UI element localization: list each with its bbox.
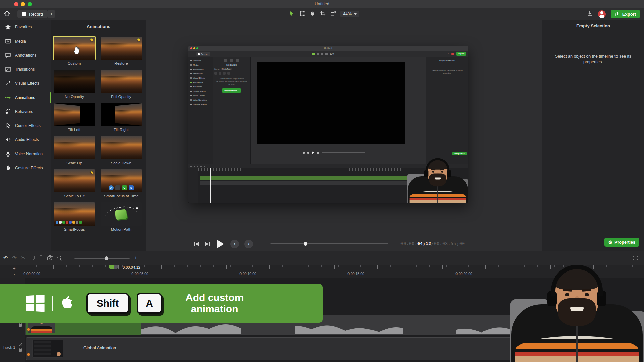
animation-item-label: Full Opacity	[101, 95, 142, 99]
record-options-chevron-icon[interactable]: ›	[48, 10, 55, 18]
animation-item-label: Scale Up	[54, 161, 95, 165]
sidebar-item-label: Transitions	[15, 67, 35, 72]
detach-timeline-icon[interactable]	[633, 255, 638, 262]
media-icon	[5, 38, 11, 45]
pan-tool-icon[interactable]	[309, 10, 316, 18]
home-icon[interactable]	[3, 10, 12, 18]
scale-tool-icon[interactable]	[330, 10, 336, 18]
camtasia-window: Untitled Record › 44% Expor	[0, 0, 644, 362]
jump-back-button[interactable]: ‹	[230, 240, 239, 248]
sidebar-item-media[interactable]: Media	[0, 34, 51, 48]
download-icon[interactable]	[586, 10, 593, 18]
cut-button[interactable]: ✂	[21, 255, 25, 261]
animation-item-label: SmartFocus	[54, 227, 95, 231]
avatar[interactable]	[598, 10, 606, 18]
canvas-zoom-select[interactable]: 44%	[340, 11, 359, 17]
keyframe-marker[interactable]	[27, 328, 30, 331]
preview-window-title: Untitled	[188, 46, 468, 51]
sidebar-item-cursor-effects[interactable]: Cursor Effects	[0, 119, 51, 133]
undo-button[interactable]: ↶	[3, 255, 8, 261]
sidebar-item-label: Audio Effects	[15, 137, 39, 142]
animation-item-smartfocus-at-time[interactable]: ACSSmartFocus at Time	[101, 169, 142, 198]
star-icon: ★	[90, 37, 94, 43]
preview-webcam	[407, 161, 468, 203]
animation-item-smartfocus[interactable]: SmartFocus	[54, 202, 95, 231]
sidebar-item-visual-effects[interactable]: Visual Effects	[0, 76, 51, 90]
animation-item-tilt-left[interactable]: Tilt Left	[54, 103, 95, 132]
canvas-area: Untitled Record 53% × Export FavoritesMe…	[146, 20, 542, 251]
preview-properties-panel: Empty Selection Select an object on the …	[426, 57, 468, 164]
jump-forward-button[interactable]: ›	[244, 240, 253, 248]
voice-narration-icon	[5, 150, 11, 157]
keyframe-marker[interactable]	[27, 353, 30, 356]
animation-item-no-opacity[interactable]: No Opacity	[54, 70, 95, 99]
animation-item-label: Scale To Fit	[54, 194, 95, 198]
next-frame-button[interactable]	[204, 241, 211, 247]
webcam-person	[407, 161, 468, 203]
sidebar-item-audio-effects[interactable]: Audio Effects	[0, 133, 51, 147]
previous-frame-button[interactable]	[193, 241, 199, 247]
proportions-tool-icon[interactable]	[299, 10, 305, 18]
redo-button[interactable]: ↷	[12, 255, 16, 261]
play-button[interactable]	[217, 240, 224, 248]
magnifier-icon[interactable]	[57, 256, 62, 261]
visual-effects-icon	[5, 80, 11, 87]
sidebar-item-animations[interactable]: Animations	[0, 90, 51, 105]
properties-button[interactable]: ⚙ Properties	[604, 238, 639, 247]
animation-item-scale-to-fit[interactable]: ★Scale To Fit	[54, 169, 95, 198]
timeline-zoom-out-button[interactable]: −	[67, 255, 70, 261]
timeline-zoom-slider[interactable]	[74, 258, 130, 259]
animation-item-custom[interactable]: ★Custom	[54, 37, 95, 65]
sidebar-item-annotations[interactable]: Annotations	[0, 48, 51, 62]
preview-recording-frame	[257, 62, 405, 144]
sidebar-item-gesture-effects[interactable]: Gesture Effects	[0, 161, 51, 175]
progress-knob[interactable]	[304, 242, 307, 246]
ruler-label: 0:00:15;00	[347, 272, 364, 276]
behaviors-icon	[5, 108, 11, 115]
paste-button[interactable]	[39, 256, 43, 260]
track1-visibility-icon[interactable]	[19, 343, 22, 346]
frame-capture-button[interactable]	[47, 256, 53, 260]
chevron-down-icon	[354, 13, 357, 15]
animation-item-label: Scale Down	[101, 161, 142, 165]
track1-lock-icon[interactable]	[19, 349, 22, 352]
sidebar-item-transitions[interactable]: Transitions	[0, 62, 51, 76]
playback-progress-bar[interactable]	[270, 243, 388, 244]
animation-item-tilt-right[interactable]: Tilt Right	[101, 103, 142, 132]
animation-item-full-opacity[interactable]: Full Opacity	[101, 70, 142, 99]
collapse-tracks-icon[interactable]: ⌄	[13, 271, 16, 276]
animation-item-scale-up[interactable]: Scale Up	[54, 136, 95, 165]
animation-item-scale-down[interactable]: Scale Down	[101, 136, 142, 165]
windows-logo-icon	[26, 295, 45, 312]
export-button[interactable]: Export	[611, 10, 640, 18]
add-track-button[interactable]: +	[13, 265, 16, 271]
gear-icon: ⚙	[608, 240, 613, 245]
sidebar-item-behaviors[interactable]: Behaviors	[0, 105, 51, 119]
preview-window[interactable]: Untitled Record 53% × Export FavoritesMe…	[188, 46, 468, 203]
timeline-zoom-in-button[interactable]: +	[134, 255, 137, 261]
zoom-slider-knob[interactable]	[105, 256, 108, 260]
sidebar-item-label: Animations	[15, 95, 35, 100]
sidebar-item-label: Gesture Effects	[15, 166, 43, 170]
track2-lock-icon[interactable]	[19, 324, 22, 327]
star-icon: ★	[90, 169, 94, 175]
preview-zoom-value: 53%	[330, 53, 334, 55]
animation-item-motion-path[interactable]: Motion Path	[101, 202, 142, 231]
copy-button[interactable]	[30, 256, 35, 260]
pointer-tool-icon[interactable]	[288, 10, 295, 18]
animation-thumbnail	[101, 103, 142, 126]
window-title: Untitled	[0, 0, 644, 8]
annotation-icon	[5, 52, 11, 59]
sidebar-item-favorites[interactable]: Favorites	[0, 20, 51, 34]
track1-clip-label: Global Animation	[83, 345, 116, 350]
crop-tool-icon[interactable]	[320, 10, 326, 18]
animation-thumbnail	[54, 103, 95, 126]
record-button[interactable]: Record	[17, 10, 48, 18]
animation-thumbnail: ★	[54, 169, 95, 192]
animation-item-restore[interactable]: ★Restore	[101, 37, 142, 65]
preview-close-icon: ×	[448, 52, 449, 55]
preview-export-button: Export	[456, 52, 466, 56]
sidebar-item-voice-narration[interactable]: Voice Narration	[0, 147, 51, 161]
canvas-tools: 44%	[288, 8, 359, 20]
shortcut-overlay: Shift A Add custom animation	[0, 284, 323, 323]
